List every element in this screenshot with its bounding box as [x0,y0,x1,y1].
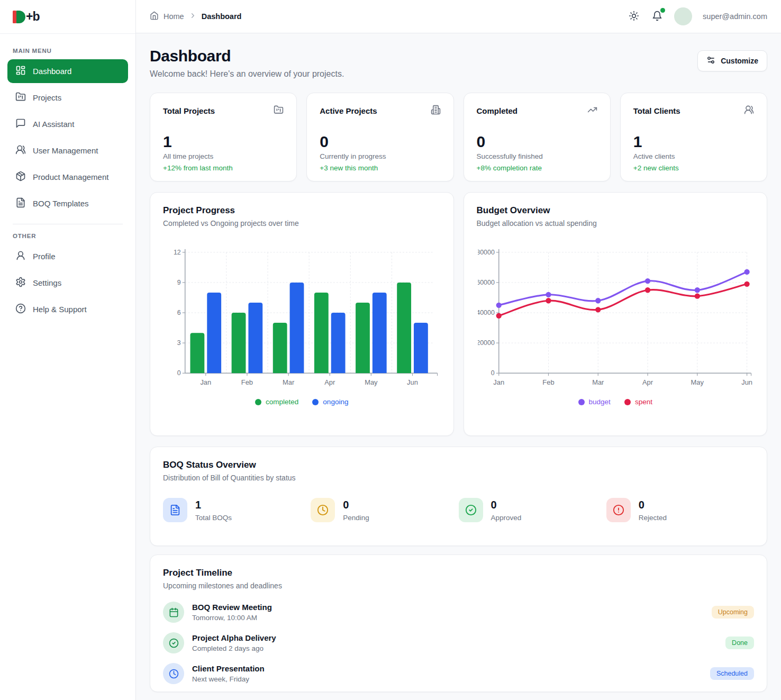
stat-title: Active Projects [320,106,377,115]
trending-up-icon [587,105,597,117]
svg-text:80000: 80000 [477,249,495,256]
stat-card-total-projects: Total Projects 1 All time projects +12% … [150,93,297,181]
alert-circle-icon [606,498,631,522]
main-column: Home Dashboard super@admin.com Dashboa [136,0,781,700]
legend-label: ongoing [323,398,348,406]
page-content: Dashboard Welcome back! Here's an overvi… [136,33,781,700]
sidebar-item-user-management[interactable]: User Management [7,139,128,162]
breadcrumb-current: Dashboard [202,12,242,21]
boq-value: 0 [639,499,667,511]
stat-card-total-clients: Total Clients 1 Active clients +2 new cl… [620,93,767,181]
avatar[interactable] [674,7,692,25]
stat-value: 1 [633,133,754,151]
stat-value: 0 [320,133,440,151]
chart-legend: budget spent [477,398,755,406]
status-badge: Upcoming [712,606,754,619]
svg-text:0: 0 [491,370,494,377]
timeline-item-title: Client Presentation [192,664,702,673]
svg-text:May: May [691,379,704,387]
legend-item-completed: completed [255,398,298,406]
customize-button[interactable]: Customize [697,50,767,71]
sidebar-item-help-support[interactable]: Help & Support [7,297,128,321]
menu-section-label: OTHER [13,233,123,239]
boq-value: 1 [195,499,232,511]
timeline-item-boq-review: BOQ Review MeetingTomorrow, 10:00 AM Upc… [163,602,754,623]
timeline-item-client-presentation: Client PresentationNext week, Friday Sch… [163,663,754,684]
stat-delta: +2 new clients [633,164,754,172]
boq-item-rejected: 0Rejected [606,498,754,522]
legend-item-ongoing: ongoing [312,398,348,406]
svg-text:Apr: Apr [642,379,653,387]
chart-subtitle: Completed vs Ongoing projects over time [163,219,441,228]
legend-label: budget [589,398,611,406]
building-icon [431,105,441,117]
stat-delta: +12% from last month [163,164,284,172]
sidebar-item-boq-templates[interactable]: BOQ Templates [7,192,128,215]
user-email: super@admin.com [703,12,767,21]
file-text-icon [163,498,187,522]
notifications-button[interactable] [651,10,664,24]
budget-overview-chart: 020000400006000080000JanFebMarAprMayJun [477,246,755,392]
folder-kanban-icon [274,105,284,117]
timeline-list: BOQ Review MeetingTomorrow, 10:00 AM Upc… [163,602,754,684]
svg-text:9: 9 [177,279,181,286]
sliders-icon [706,56,715,66]
theme-toggle-button[interactable] [628,10,640,24]
timeline-subtitle: Upcoming milestones and deadlines [163,581,754,590]
boq-stats-row: 1Total BOQs 0Pending 0Approved 0Rejected [163,498,754,522]
sidebar-item-ai-assistant[interactable]: AI Assistant [7,112,128,136]
sidebar-item-projects[interactable]: Projects [7,86,128,110]
check-circle-icon [163,632,184,653]
home-icon[interactable] [150,11,159,22]
menu-section-label: MAIN MENU [13,48,123,54]
sun-icon [629,11,639,23]
chart-title: Project Progress [163,205,441,216]
svg-text:Feb: Feb [542,379,554,387]
sidebar-item-label: Projects [33,93,61,102]
help-circle-icon [15,303,26,315]
project-progress-card: Project Progress Completed vs Ongoing pr… [150,192,454,436]
status-badge: Done [725,637,754,649]
legend-dot [578,399,585,405]
stats-row: Total Projects 1 All time projects +12% … [150,93,767,181]
file-text-icon [15,197,26,210]
topbar: Home Dashboard super@admin.com [136,0,781,33]
stat-title: Completed [477,106,518,115]
stat-delta: +8% completion rate [477,164,597,172]
calendar-icon [163,602,184,623]
breadcrumb-home[interactable]: Home [164,12,184,21]
sidebar-item-dashboard[interactable]: Dashboard [7,59,128,83]
svg-text:20000: 20000 [477,340,495,347]
boq-value: 0 [491,499,522,511]
clock-icon [311,498,335,522]
legend-item-spent: spent [624,398,652,406]
boq-item-pending: 0Pending [311,498,458,522]
stat-value: 0 [477,133,597,151]
budget-overview-card: Budget Overview Budget allocation vs act… [464,192,768,436]
boq-label: Pending [343,514,369,522]
svg-text:6: 6 [177,309,181,316]
svg-text:Jun: Jun [741,379,752,387]
sidebar-item-profile[interactable]: Profile [7,244,128,268]
stat-title: Total Projects [163,106,215,115]
boq-label: Total BOQs [195,514,232,522]
app-root: +b MAIN MENU Dashboard Projects AI Assis… [0,0,781,700]
user-icon [15,250,26,262]
legend-dot [255,399,261,405]
logo[interactable]: +b [0,0,135,34]
svg-text:Mar: Mar [592,379,604,387]
sidebar-item-product-management[interactable]: Product Management [7,165,128,189]
svg-text:May: May [365,379,378,387]
sidebar-item-settings[interactable]: Settings [7,271,128,295]
timeline-item-title: Project Alpha Delivery [192,633,718,642]
stat-subtext: Currently in progress [320,152,440,160]
users-icon [744,105,754,117]
svg-text:40000: 40000 [477,309,495,316]
svg-text:Feb: Feb [241,379,253,387]
boq-item-total: 1Total BOQs [163,498,311,522]
sidebar-item-label: User Management [33,146,98,155]
chart-legend: completed ongoing [163,398,441,406]
sidebar-item-label: AI Assistant [33,120,74,129]
legend-label: completed [266,398,298,406]
svg-text:Apr: Apr [324,379,335,387]
